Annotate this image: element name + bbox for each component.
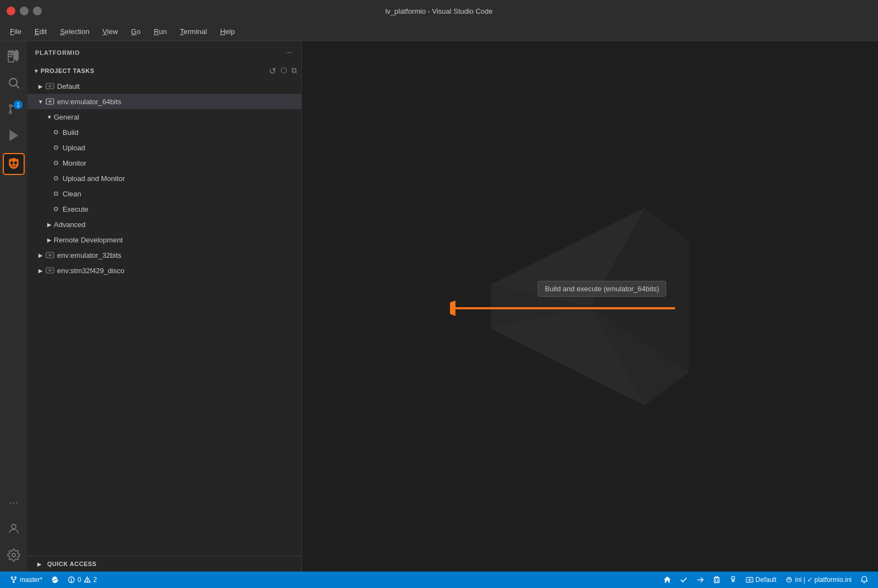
status-errors[interactable]: 0 2	[63, 572, 101, 588]
svg-point-11	[12, 553, 15, 557]
tree-item-build[interactable]: Build	[27, 125, 301, 140]
minimize-button[interactable]	[20, 7, 29, 15]
menu-edit[interactable]: Edit	[29, 25, 52, 38]
menu-help[interactable]: Help	[215, 25, 240, 38]
status-sync[interactable]	[47, 572, 63, 588]
status-arrow[interactable]	[692, 576, 708, 584]
status-bar: master* 0 2 Default ini | ✓ plat	[0, 572, 878, 588]
activity-source-control[interactable]: 1	[3, 98, 25, 120]
project-tasks-label: PROJECT TASKS	[41, 67, 94, 74]
branch-name: master*	[20, 576, 42, 584]
stm32-chevron: ▶	[36, 266, 45, 275]
env-icon[interactable]: ⬡	[280, 66, 287, 76]
svg-point-29	[786, 578, 791, 583]
tree-item-general[interactable]: ▼ General	[27, 109, 301, 125]
clean-label: Clean	[63, 190, 81, 198]
advanced-chevron: ▶	[45, 220, 54, 229]
activity-search[interactable]	[3, 72, 25, 94]
tree-section: ▼ PROJECT TASKS ↺ ⬡ ⧉ ▶ Default ▼	[27, 63, 301, 556]
svg-point-3	[9, 105, 12, 107]
general-label: General	[54, 113, 79, 121]
tree-item-emulator64[interactable]: ▼ env:emulator_64bits	[27, 94, 301, 109]
tree-item-upload-monitor[interactable]: Upload and Monitor	[27, 171, 301, 186]
status-ini[interactable]: ini | ✓ platformio.ini	[781, 576, 856, 584]
default-chevron: ▶	[36, 82, 45, 91]
window-controls	[7, 7, 42, 15]
clean-circle-icon	[54, 191, 58, 196]
arrow-annotation	[450, 295, 680, 322]
tree-item-default[interactable]: ▶ Default	[27, 78, 301, 94]
menu-terminal[interactable]: Terminal	[175, 25, 212, 38]
activity-settings[interactable]	[3, 544, 25, 566]
status-right: Default ini | ✓ platformio.ini	[659, 576, 873, 584]
upload-circle-icon	[54, 145, 58, 150]
title-bar: lv_platformio - Visual Studio Code	[0, 0, 878, 22]
menu-run[interactable]: Run	[148, 25, 172, 38]
board-name: Default	[756, 576, 776, 584]
upload-label: Upload	[63, 144, 85, 152]
tree-item-clean[interactable]: Clean	[27, 186, 301, 201]
tree-item-upload[interactable]: Upload	[27, 140, 301, 155]
sidebar: PLATFORMIO ··· ▼ PROJECT TASKS ↺ ⬡ ⧉ ▶	[27, 41, 302, 572]
svg-point-9	[14, 161, 17, 165]
monitor-label: Monitor	[63, 159, 86, 167]
execute-arrow	[450, 295, 680, 322]
env-icon-emulator64	[45, 97, 55, 106]
close-button[interactable]	[7, 7, 15, 15]
svg-point-5	[9, 111, 12, 114]
status-bell[interactable]	[856, 576, 873, 584]
status-plug[interactable]	[725, 576, 741, 584]
build-label: Build	[63, 128, 78, 137]
execute-tooltip: Build and execute (emulator_64bits)	[538, 281, 666, 297]
status-branch[interactable]: master*	[5, 572, 47, 588]
status-trash[interactable]	[708, 576, 725, 584]
execute-label: Execute	[63, 205, 88, 213]
project-tasks-chevron: ▼	[32, 66, 41, 75]
upload-monitor-circle-icon	[54, 176, 58, 180]
split-icon[interactable]: ⧉	[291, 66, 297, 76]
menu-file[interactable]: File	[4, 25, 27, 38]
emulator32-label: env:emulator_32bits	[57, 251, 121, 259]
svg-point-20	[71, 581, 72, 581]
upload-monitor-label: Upload and Monitor	[63, 174, 125, 183]
svg-point-8	[10, 161, 13, 165]
quick-access[interactable]: ▶ QUICK ACCESS	[27, 556, 301, 572]
tree-item-emulator32[interactable]: ▶ env:emulator_32bits	[27, 247, 301, 263]
tree-item-stm32[interactable]: ▶ env:stm32f429_disco	[27, 263, 301, 278]
menu-view[interactable]: View	[97, 25, 123, 38]
activity-account[interactable]	[3, 518, 25, 540]
tree-item-execute[interactable]: Execute	[27, 201, 301, 217]
general-chevron: ▼	[45, 112, 54, 121]
project-tasks-header[interactable]: ▼ PROJECT TASKS ↺ ⬡ ⧉	[27, 63, 301, 78]
maximize-button[interactable]	[33, 7, 42, 15]
tree-item-advanced[interactable]: ▶ Advanced	[27, 217, 301, 232]
status-board[interactable]: Default	[741, 576, 781, 584]
tree-item-monitor[interactable]: Monitor	[27, 155, 301, 171]
svg-marker-6	[10, 131, 18, 140]
menu-selection[interactable]: Selection	[54, 25, 94, 38]
menu-go[interactable]: Go	[126, 25, 146, 38]
warning-count: 2	[93, 576, 97, 584]
window-title: lv_platformio - Visual Studio Code	[385, 7, 493, 15]
remote-label: Remote Development	[54, 236, 123, 244]
refresh-icon[interactable]: ↺	[269, 66, 276, 76]
more-options-icon[interactable]: ···	[284, 47, 294, 59]
tree-item-remote[interactable]: ▶ Remote Development	[27, 232, 301, 247]
activity-platformio[interactable]	[3, 153, 25, 175]
activity-bar: 1 ···	[0, 41, 27, 572]
svg-rect-25	[731, 576, 734, 579]
status-check[interactable]	[676, 576, 692, 584]
activity-debug[interactable]	[3, 125, 25, 146]
activity-dots[interactable]: ···	[3, 491, 25, 513]
env-icon-stm32	[45, 265, 55, 275]
ini-label: ini | ✓ platformio.ini	[795, 576, 852, 584]
advanced-label: Advanced	[54, 220, 86, 229]
svg-point-7	[9, 158, 19, 169]
default-label: Default	[57, 82, 80, 91]
status-home[interactable]	[659, 576, 676, 584]
menu-bar: File Edit Selection View Go Run Terminal…	[0, 22, 878, 41]
svg-point-22	[87, 581, 88, 582]
main-container: 1 ···	[0, 41, 878, 572]
env-icon-emulator32	[45, 250, 55, 260]
activity-explorer[interactable]	[3, 46, 25, 67]
